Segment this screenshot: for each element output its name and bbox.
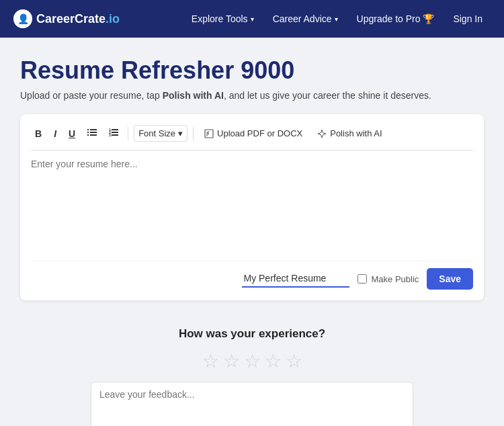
- page-subtitle: Upload or paste your resume, tap Polish …: [20, 90, 484, 101]
- feedback-section: How was your experience? ☆ ☆ ☆ ☆ ☆ Submi…: [20, 321, 484, 426]
- star-3[interactable]: ☆: [244, 350, 261, 372]
- chevron-down-icon: ▾: [335, 15, 338, 23]
- feedback-title: How was your experience?: [179, 327, 325, 341]
- svg-rect-2: [87, 132, 89, 133]
- logo[interactable]: 👤 CareerCrate.io: [13, 9, 120, 28]
- underline-button[interactable]: U: [65, 126, 79, 142]
- numbered-list-button[interactable]: 1. 2. 3.: [105, 125, 122, 142]
- star-1[interactable]: ☆: [202, 350, 219, 372]
- main-content: Resume Refresher 9000 Upload or paste yo…: [0, 38, 504, 426]
- font-size-dropdown[interactable]: Font Size ▾: [134, 125, 187, 142]
- svg-rect-0: [87, 129, 89, 130]
- logo-text: CareerCrate.io: [36, 12, 120, 26]
- chevron-down-icon: ▾: [178, 128, 183, 138]
- star-4[interactable]: ☆: [265, 350, 282, 372]
- star-5[interactable]: ☆: [286, 350, 302, 372]
- bullet-list-button[interactable]: [83, 125, 101, 142]
- nav-career-advice[interactable]: Career Advice ▾: [265, 8, 346, 30]
- svg-rect-5: [90, 134, 97, 136]
- star-rating[interactable]: ☆ ☆ ☆ ☆ ☆: [202, 350, 302, 372]
- italic-button[interactable]: I: [50, 126, 60, 142]
- feedback-textarea[interactable]: [91, 382, 413, 426]
- save-button[interactable]: Save: [427, 268, 473, 290]
- separator: [193, 127, 194, 140]
- upload-icon: [204, 129, 214, 138]
- chevron-down-icon: ▾: [251, 15, 254, 23]
- svg-rect-3: [90, 132, 97, 133]
- separator: [128, 127, 128, 140]
- svg-rect-9: [112, 132, 118, 133]
- upload-button[interactable]: Upload PDF or DOCX: [199, 126, 308, 141]
- ai-icon: [317, 129, 327, 138]
- svg-rect-1: [90, 129, 97, 130]
- svg-rect-4: [87, 134, 89, 136]
- make-public-checkbox[interactable]: [358, 274, 367, 284]
- logo-icon: 👤: [13, 9, 32, 28]
- editor-card: B I U 1. 2. 3.: [20, 114, 484, 300]
- svg-rect-7: [112, 129, 118, 130]
- star-2[interactable]: ☆: [223, 350, 240, 372]
- make-public-toggle[interactable]: Make Public: [358, 274, 419, 284]
- resume-editor[interactable]: [31, 151, 473, 258]
- nav-upgrade-pro[interactable]: Upgrade to Pro 🏆: [349, 8, 443, 30]
- nav-explore-tools[interactable]: Explore Tools ▾: [183, 8, 262, 30]
- nav-sign-in[interactable]: Sign In: [445, 8, 491, 30]
- svg-rect-11: [112, 134, 118, 136]
- resume-name-input[interactable]: [242, 270, 349, 288]
- svg-rect-12: [205, 130, 213, 138]
- editor-footer: Make Public Save: [31, 261, 473, 290]
- polish-ai-button[interactable]: Polish with AI: [312, 126, 387, 141]
- navbar: 👤 CareerCrate.io Explore Tools ▾ Career …: [0, 0, 504, 38]
- toolbar: B I U 1. 2. 3.: [31, 125, 473, 151]
- nav-links: Explore Tools ▾ Career Advice ▾ Upgrade …: [183, 8, 491, 30]
- page-title: Resume Refresher 9000: [20, 56, 484, 85]
- bold-button[interactable]: B: [31, 126, 46, 142]
